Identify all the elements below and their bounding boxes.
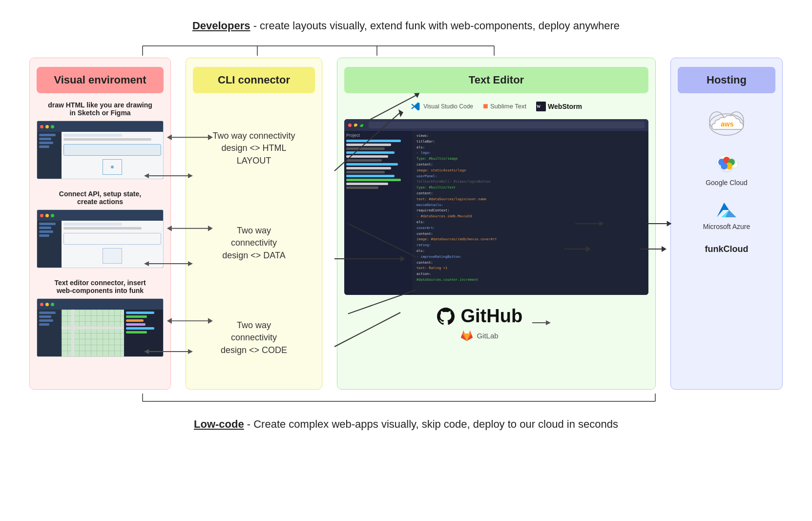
lowcode-label: Low-code (194, 418, 244, 430)
editor-icons: Visual Studio Code ■ Sublime Text W WebS… (344, 101, 648, 111)
svg-point-35 (721, 163, 728, 169)
code-editor-body: Project (344, 131, 648, 295)
bottom-banner-description: - Create complex web-apps visually, skip… (244, 418, 618, 430)
vscode-label: Visual Studio Code (423, 103, 473, 110)
gitlab-block: GitLab (436, 329, 522, 342)
code-line: fallbackFormNull: #views/loginButton (416, 180, 645, 185)
github-text: GitHub (460, 306, 522, 326)
visual-header: Visual enviroment (37, 67, 164, 93)
col-text-editor: Text Editor Visual Studio Code ■ Sublime… (337, 58, 656, 390)
code-line: - #dataSources.imdb.MovieId (416, 214, 645, 219)
code-line: els: (416, 220, 645, 225)
code-line: content: (416, 163, 645, 167)
visual-item-2-label: Connect API, setup state,create actions (37, 190, 164, 206)
connectivity-2: Two wayconnectivitydesign <> DATA (193, 215, 315, 271)
code-editor-topbar (344, 119, 648, 131)
code-line: image: #dataSources/imdb/movie.coverArt (416, 237, 645, 242)
code-line: views: (416, 134, 645, 139)
columns-wrapper: Visual enviroment draw HTML like you are… (29, 58, 783, 390)
vscode-icon: Visual Studio Code (411, 102, 473, 111)
code-sidebar: Project (344, 131, 413, 295)
bottom-bracket-svg (138, 392, 675, 406)
col-hosting: Hosting aws (670, 58, 783, 390)
hosting-azure: Microsoft Azure (703, 200, 750, 230)
sublime-label: Sublime Text (490, 103, 526, 110)
screenshot-3 (37, 298, 164, 357)
code-line: rating: (416, 243, 645, 248)
hosting-funkcloud: funkCloud (705, 244, 749, 254)
code-line: action: (416, 272, 645, 277)
top-banner: Developers - create layouts visually, ex… (29, 20, 783, 32)
code-line: image: staticAssets/logo (416, 168, 645, 173)
code-line: content: (416, 191, 645, 196)
connectivity-1: Two way connectivitydesign <> HTMLLAYOUT (193, 120, 315, 177)
azure-name: Microsoft Azure (703, 223, 750, 230)
webstorm-icon: W WebStorm (536, 102, 582, 111)
page-container: Developers - create layouts visually, ex… (0, 0, 812, 521)
code-main: views: titleBar: els: - logo: Type: #bui… (413, 131, 648, 295)
cli-header: CLI connector (193, 67, 315, 93)
text-editor-header: Text Editor (344, 67, 648, 93)
code-line: - logo: (416, 151, 645, 156)
sublime-icon: ■ Sublime Text (483, 101, 526, 111)
code-line: requiredContext: (416, 208, 645, 213)
screenshot-1 (37, 121, 164, 179)
code-line: text: #dataSources/login/user.name (416, 197, 645, 202)
bottom-banner: Low-code - Create complex web-apps visua… (29, 418, 783, 431)
code-line: Type: #builtin/image (416, 157, 645, 162)
code-line: coverArt: (416, 226, 645, 231)
col-visual: Visual enviroment draw HTML like you are… (29, 58, 171, 390)
funkcloud-name: funkCloud (705, 244, 749, 254)
svg-text:W: W (537, 104, 541, 109)
code-line: - improveRatingButton: (416, 255, 645, 260)
code-line: text: Rating +1 (416, 266, 645, 271)
github-logo-text: GitHub (436, 305, 522, 327)
gitlab-text: GitLab (477, 332, 498, 340)
screenshot-2 (37, 209, 164, 268)
git-section: GitHub GitLab (344, 305, 648, 342)
code-line: titleBar: (416, 140, 645, 145)
visual-item-3: Text editor connector, insertweb-compone… (37, 279, 164, 357)
hosting-header: Hosting (678, 67, 775, 93)
visual-item-1: draw HTML like you are drawingin Sketch … (37, 101, 164, 179)
visual-item-1-label: draw HTML like you are drawingin Sketch … (37, 101, 164, 117)
developers-label: Developers (192, 20, 250, 32)
top-bracket-svg (138, 41, 675, 58)
svg-text:aws: aws (721, 120, 734, 128)
col-cli: CLI connector Two way connectivitydesign… (186, 58, 322, 390)
code-line: content: (416, 261, 645, 266)
hosting-content: aws Google Cloud (678, 101, 775, 264)
visual-item-3-label: Text editor connector, insertweb-compone… (37, 279, 164, 294)
github-block: GitHub GitLab (436, 305, 522, 342)
top-banner-description: - create layouts visually, extend funk w… (250, 20, 620, 32)
hosting-gcloud: Google Cloud (706, 151, 748, 187)
gcloud-name: Google Cloud (706, 179, 748, 187)
code-line: type: #builtin/text (416, 186, 645, 190)
code-line: movieDetails: (416, 203, 645, 208)
cli-content: Two way connectivitydesign <> HTMLLAYOUT… (193, 101, 315, 385)
connectivity-3: Two wayconnectivitydesign <> CODE (193, 310, 315, 366)
code-line: content: (416, 232, 645, 237)
code-editor-mock: Project (344, 119, 648, 295)
visual-item-2: Connect API, setup state,create actions (37, 190, 164, 268)
hosting-aws: aws (707, 111, 746, 138)
code-line: els: (416, 146, 645, 150)
code-line: els: (416, 249, 645, 254)
code-line: userPanel: (416, 174, 645, 179)
code-line: #dataSources.counter.increment (416, 278, 645, 283)
svg-marker-25 (546, 320, 551, 325)
webstorm-label: WebStorm (548, 103, 582, 110)
